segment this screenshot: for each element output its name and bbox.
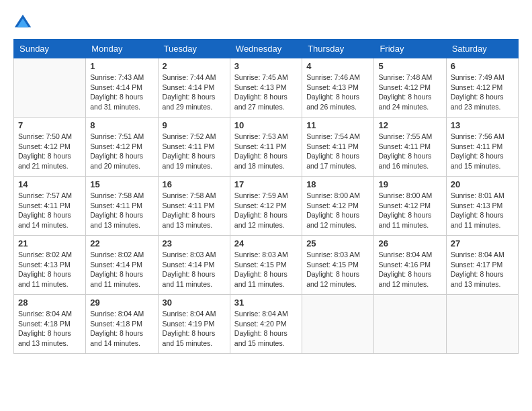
- table-row: 6Sunrise: 7:49 AMSunset: 4:12 PMDaylight…: [446, 58, 518, 118]
- day-number: 9: [163, 120, 226, 130]
- day-info: Sunrise: 8:03 AMSunset: 4:15 PMDaylight:…: [306, 250, 369, 289]
- table-row: 29Sunrise: 8:04 AMSunset: 4:18 PMDayligh…: [86, 295, 158, 354]
- daylight-text: Daylight: 8 hours and 11 minutes.: [234, 269, 298, 289]
- sunrise-text: Sunrise: 8:02 AM: [90, 250, 153, 260]
- calendar-header-row: Sunday Monday Tuesday Wednesday Thursday…: [14, 40, 519, 58]
- daylight-text: Daylight: 8 hours and 15 minutes.: [451, 151, 514, 171]
- day-number: 22: [90, 238, 153, 248]
- sunrise-text: Sunrise: 7:48 AM: [378, 73, 441, 83]
- calendar-week-row: 1Sunrise: 7:43 AMSunset: 4:14 PMDaylight…: [14, 58, 519, 118]
- sunset-text: Sunset: 4:16 PM: [378, 260, 441, 270]
- daylight-text: Daylight: 8 hours and 15 minutes.: [234, 328, 298, 348]
- daylight-text: Daylight: 8 hours and 19 minutes.: [163, 151, 226, 171]
- table-row: 1Sunrise: 7:43 AMSunset: 4:14 PMDaylight…: [86, 58, 158, 118]
- sunset-text: Sunset: 4:12 PM: [378, 83, 441, 93]
- day-info: Sunrise: 7:51 AMSunset: 4:12 PMDaylight:…: [90, 132, 153, 171]
- day-info: Sunrise: 7:57 AMSunset: 4:11 PMDaylight:…: [18, 191, 81, 230]
- daylight-text: Daylight: 8 hours and 13 minutes.: [163, 210, 226, 230]
- table-row: 11Sunrise: 7:54 AMSunset: 4:11 PMDayligh…: [302, 118, 374, 177]
- day-number: 16: [163, 179, 226, 189]
- daylight-text: Daylight: 8 hours and 20 minutes.: [90, 151, 153, 171]
- daylight-text: Daylight: 8 hours and 13 minutes.: [90, 210, 153, 230]
- daylight-text: Daylight: 8 hours and 24 minutes.: [378, 92, 441, 111]
- table-row: 9Sunrise: 7:52 AMSunset: 4:11 PMDaylight…: [158, 118, 230, 177]
- sunset-text: Sunset: 4:12 PM: [234, 201, 298, 211]
- day-info: Sunrise: 7:45 AMSunset: 4:13 PMDaylight:…: [234, 73, 298, 112]
- day-number: 2: [163, 61, 226, 71]
- daylight-text: Daylight: 8 hours and 12 minutes.: [378, 269, 441, 289]
- day-number: 20: [451, 179, 514, 189]
- day-number: 31: [234, 298, 298, 308]
- daylight-text: Daylight: 8 hours and 12 minutes.: [234, 210, 298, 230]
- day-number: 5: [378, 61, 441, 71]
- daylight-text: Daylight: 8 hours and 13 minutes.: [451, 269, 514, 289]
- sunrise-text: Sunrise: 7:45 AM: [234, 73, 298, 83]
- daylight-text: Daylight: 8 hours and 17 minutes.: [306, 151, 369, 171]
- day-info: Sunrise: 7:54 AMSunset: 4:11 PMDaylight:…: [306, 132, 369, 171]
- sunrise-text: Sunrise: 8:04 AM: [451, 250, 514, 260]
- sunset-text: Sunset: 4:11 PM: [378, 142, 441, 152]
- sunset-text: Sunset: 4:15 PM: [306, 260, 369, 270]
- table-row: 3Sunrise: 7:45 AMSunset: 4:13 PMDaylight…: [230, 58, 302, 118]
- table-row: 15Sunrise: 7:58 AMSunset: 4:11 PMDayligh…: [86, 177, 158, 236]
- table-row: 4Sunrise: 7:46 AMSunset: 4:13 PMDaylight…: [302, 58, 374, 118]
- table-row: 17Sunrise: 7:59 AMSunset: 4:12 PMDayligh…: [230, 177, 302, 236]
- sunset-text: Sunset: 4:12 PM: [378, 201, 441, 211]
- sunset-text: Sunset: 4:14 PM: [90, 83, 153, 93]
- sunset-text: Sunset: 4:11 PM: [90, 201, 153, 211]
- table-row: 14Sunrise: 7:57 AMSunset: 4:11 PMDayligh…: [14, 177, 86, 236]
- calendar-week-row: 28Sunrise: 8:04 AMSunset: 4:18 PMDayligh…: [14, 295, 519, 354]
- sunrise-text: Sunrise: 8:04 AM: [90, 309, 153, 319]
- day-number: 21: [18, 238, 81, 248]
- sunset-text: Sunset: 4:14 PM: [163, 83, 226, 93]
- day-number: 29: [90, 298, 153, 308]
- table-row: 23Sunrise: 8:03 AMSunset: 4:14 PMDayligh…: [158, 236, 230, 295]
- day-info: Sunrise: 7:43 AMSunset: 4:14 PMDaylight:…: [90, 73, 153, 112]
- sunset-text: Sunset: 4:12 PM: [90, 142, 153, 152]
- day-info: Sunrise: 8:04 AMSunset: 4:20 PMDaylight:…: [234, 309, 298, 349]
- daylight-text: Daylight: 8 hours and 11 minutes.: [451, 210, 514, 230]
- header-sunday: Sunday: [14, 40, 86, 58]
- day-info: Sunrise: 7:59 AMSunset: 4:12 PMDaylight:…: [234, 191, 298, 230]
- table-row: 2Sunrise: 7:44 AMSunset: 4:14 PMDaylight…: [158, 58, 230, 118]
- page-header: [13, 13, 519, 32]
- daylight-text: Daylight: 8 hours and 29 minutes.: [163, 92, 226, 111]
- table-row: 28Sunrise: 8:04 AMSunset: 4:18 PMDayligh…: [14, 295, 86, 354]
- sunset-text: Sunset: 4:14 PM: [90, 260, 153, 270]
- sunrise-text: Sunrise: 8:04 AM: [234, 309, 298, 319]
- table-row: 12Sunrise: 7:55 AMSunset: 4:11 PMDayligh…: [374, 118, 446, 177]
- day-number: 6: [451, 61, 514, 71]
- day-info: Sunrise: 7:52 AMSunset: 4:11 PMDaylight:…: [163, 132, 226, 171]
- header-friday: Friday: [374, 40, 446, 58]
- sunset-text: Sunset: 4:13 PM: [306, 83, 369, 93]
- daylight-text: Daylight: 8 hours and 12 minutes.: [306, 210, 369, 230]
- day-number: 23: [163, 238, 226, 248]
- table-row: 20Sunrise: 8:01 AMSunset: 4:13 PMDayligh…: [446, 177, 518, 236]
- day-number: 3: [234, 61, 298, 71]
- calendar-table: Sunday Monday Tuesday Wednesday Thursday…: [13, 39, 519, 354]
- table-row: [14, 58, 86, 118]
- day-number: 27: [451, 238, 514, 248]
- table-row: 25Sunrise: 8:03 AMSunset: 4:15 PMDayligh…: [302, 236, 374, 295]
- sunrise-text: Sunrise: 8:04 AM: [163, 309, 226, 319]
- header-monday: Monday: [86, 40, 158, 58]
- day-number: 25: [306, 238, 369, 248]
- day-info: Sunrise: 7:58 AMSunset: 4:11 PMDaylight:…: [90, 191, 153, 230]
- day-info: Sunrise: 8:00 AMSunset: 4:12 PMDaylight:…: [306, 191, 369, 230]
- header-thursday: Thursday: [302, 40, 374, 58]
- sunrise-text: Sunrise: 8:03 AM: [234, 250, 298, 260]
- sunrise-text: Sunrise: 7:49 AM: [451, 73, 514, 83]
- calendar-week-row: 7Sunrise: 7:50 AMSunset: 4:12 PMDaylight…: [14, 118, 519, 177]
- sunrise-text: Sunrise: 7:55 AM: [378, 132, 441, 142]
- table-row: 7Sunrise: 7:50 AMSunset: 4:12 PMDaylight…: [14, 118, 86, 177]
- daylight-text: Daylight: 8 hours and 13 minutes.: [18, 328, 81, 348]
- logo-icon: [13, 13, 32, 32]
- table-row: 5Sunrise: 7:48 AMSunset: 4:12 PMDaylight…: [374, 58, 446, 118]
- sunset-text: Sunset: 4:11 PM: [306, 142, 369, 152]
- day-number: 17: [234, 179, 298, 189]
- table-row: 18Sunrise: 8:00 AMSunset: 4:12 PMDayligh…: [302, 177, 374, 236]
- calendar-week-row: 14Sunrise: 7:57 AMSunset: 4:11 PMDayligh…: [14, 177, 519, 236]
- sunset-text: Sunset: 4:14 PM: [163, 260, 226, 270]
- sunrise-text: Sunrise: 7:59 AM: [234, 191, 298, 201]
- sunset-text: Sunset: 4:11 PM: [163, 142, 226, 152]
